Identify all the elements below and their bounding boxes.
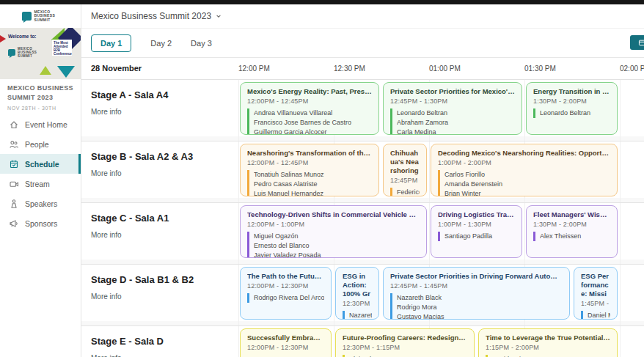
logo-text: MEXICO BUSINESS SUMMIT xyxy=(34,10,59,23)
event-card[interactable]: Decoding Mexico's Nearshoring Realities:… xyxy=(431,144,618,196)
event-card[interactable]: ESG Performance: Mission Driven of Leg..… xyxy=(574,267,618,320)
event-card[interactable]: Nearshoring's Transformation of the Nort… xyxy=(240,144,379,196)
event-card[interactable]: Successfully Embracing Hu...12:00PM - 12… xyxy=(240,328,332,357)
event-card[interactable]: Time to Leverage the True Potential of A… xyxy=(478,328,618,357)
event-dates: NOV 28TH - 30TH xyxy=(7,106,76,111)
event-card[interactable]: The Path to the Future of th...12:00PM -… xyxy=(240,267,332,320)
event-title: Fleet Managers' Wishlist: ... xyxy=(533,210,610,219)
timeline-gridline xyxy=(238,80,239,141)
event-title: Driving Logistics Transform... xyxy=(438,210,515,219)
speaker-name: Gustavo Macias xyxy=(397,312,563,320)
event-title: Decoding Mexico's Nearshoring Realities:… xyxy=(438,149,610,158)
schedule-grid: Stage A - Sala A4More infoMexico's Energ… xyxy=(81,80,644,357)
event-card[interactable]: ESG in Action: 100% Green, 100% Fema...1… xyxy=(335,267,379,320)
event-time: 12:00PM - 12:45PM xyxy=(247,159,372,166)
speaker-name: Nazareth Black xyxy=(397,293,563,303)
event-time: 12:00PM - 12:30PM xyxy=(247,344,324,351)
calendar-icon xyxy=(9,159,19,169)
speaker-name: Carlos Fiorillo xyxy=(444,170,610,180)
tab-day-1[interactable]: Day 1 xyxy=(91,34,131,52)
speaker-name: Javier Valadez Posada xyxy=(254,251,420,258)
stage-row: Stage E - Sala DMore infoSuccessfully Em… xyxy=(81,326,644,357)
tab-day-3[interactable]: Day 3 xyxy=(191,39,212,48)
event-card[interactable]: Chihuahua's Nearshoring Opportunity: U..… xyxy=(383,144,427,196)
speaker-list: Leonardo BeltranAbraham ZamoraCarla Medi… xyxy=(390,108,515,135)
speaker-list: Daniel Madariaga xyxy=(581,311,610,320)
event-time: 12:00PM - 1:00PM xyxy=(247,221,420,228)
stage-label-block: Stage A - Sala A4More info xyxy=(91,89,168,117)
event-name: MEXICO BUSINESS SUMMIT 2023 xyxy=(7,84,76,103)
more-info-link[interactable]: More info xyxy=(91,169,122,177)
speaker-name: Andrea Villanueva Villareal xyxy=(254,108,372,118)
schedule-header: 28 November 12:00 PM12:30 PM01:00 PM01:3… xyxy=(81,57,644,80)
event-card[interactable]: Mexico's Energy Reality: Past, Present a… xyxy=(240,82,379,135)
more-info-link[interactable]: More info xyxy=(91,292,122,301)
calendar-icon xyxy=(638,39,644,46)
timeline-gridline xyxy=(620,265,621,325)
speaker-name: Rodrigo Mora xyxy=(397,303,563,312)
row-gap-band xyxy=(81,136,644,141)
timeline-gridline xyxy=(334,326,334,357)
sidebar-item-sponsors[interactable]: Sponsors xyxy=(0,213,81,233)
timeline-gridline xyxy=(620,141,621,202)
speaker-list: Miguel OgazónErnesto del BlancoJavier Va… xyxy=(247,232,420,258)
event-card[interactable]: Fleet Managers' Wishlist: ...1:30PM - 2:… xyxy=(526,205,618,258)
event-card[interactable]: Energy Transition in Mexico...1:30PM - 2… xyxy=(526,82,618,135)
speaker-name: Rodrigo Rivera Del Arco xyxy=(254,293,324,303)
page-header: Mexico Business Summit 2023 xyxy=(81,4,644,29)
event-title: Private Sector Priorities in Driving For… xyxy=(390,272,563,281)
banner-teal-triangle xyxy=(57,66,75,78)
speaker-name: Brian Winter xyxy=(444,189,610,196)
event-switcher[interactable]: Mexico Business Summit 2023 xyxy=(91,11,211,21)
event-time: 12:45PM - 1:45PM xyxy=(390,282,563,290)
speaker-list: Alex Theissen xyxy=(533,232,610,241)
day-tabbar: Day 1Day 2Day 3 xyxy=(81,29,644,58)
timeline-gridline xyxy=(524,203,525,264)
stage-name: Stage E - Sala D xyxy=(91,336,164,347)
more-info-link[interactable]: More info xyxy=(91,108,122,116)
sidebar-item-schedule[interactable]: Schedule xyxy=(0,154,81,174)
tab-day-2[interactable]: Day 2 xyxy=(150,39,172,48)
event-card[interactable]: Driving Logistics Transform...1:00PM - 1… xyxy=(431,205,522,258)
speaker-list: Carlos FiorilloAmanda BerensteinBrian Wi… xyxy=(438,170,610,196)
sponsors-icon xyxy=(9,218,19,229)
speaker-name: Carla Medina xyxy=(397,128,515,135)
sidebar-item-stream[interactable]: Stream xyxy=(0,174,81,194)
sidebar-item-event-home[interactable]: Event Home xyxy=(0,114,81,134)
event-card[interactable]: Private Sector Priorities for Mexico's E… xyxy=(383,82,522,135)
date-label: 28 November xyxy=(91,64,142,73)
sidebar-item-label: Event Home xyxy=(25,120,67,129)
speaker-list: Nazareth BlackRodrigo MoraGustavo Macias xyxy=(390,293,563,320)
stage-row: Stage D - Sala B1 & B2More infoThe Path … xyxy=(81,265,644,326)
event-time: 1:30PM - 2:00PM xyxy=(533,221,610,228)
event-card[interactable]: Future-Proofing Careers: Redesigning Job… xyxy=(335,328,475,357)
sidebar: MEXICO BUSINESS SUMMIT Welcome to: The M… xyxy=(0,4,81,357)
time-label: 12:30 PM xyxy=(334,65,365,73)
event-title: Time to Leverage the True Potential of A… xyxy=(486,334,610,342)
sidebar-item-people[interactable]: People xyxy=(0,134,81,154)
speakers-icon xyxy=(9,199,19,209)
chevron-down-icon[interactable] xyxy=(216,13,222,19)
sidebar-item-label: Stream xyxy=(25,180,50,188)
time-label: 02:00 PM xyxy=(620,65,644,73)
speaker-list: Nazareth Black xyxy=(343,311,372,320)
speaker-list: Rodrigo Rivera Del Arco xyxy=(247,293,324,303)
banner-tagline: The Most Attended B2B Conference for Mex… xyxy=(52,40,72,56)
timeline-gridline xyxy=(238,203,239,264)
event-card[interactable]: Technology-Driven Shifts in Commercial V… xyxy=(240,205,427,258)
event-title: Nearshoring's Transformation of the Nort… xyxy=(247,149,372,158)
schedule-action-button[interactable] xyxy=(630,35,644,50)
more-info-link[interactable]: More info xyxy=(91,231,122,239)
event-time: 1:00PM - 2:00PM xyxy=(438,159,610,166)
event-card[interactable]: Private Sector Priorities in Driving For… xyxy=(383,267,570,320)
people-icon xyxy=(9,139,19,150)
speaker-name: Abraham Zamora xyxy=(397,118,515,128)
app-logo: MEXICO BUSINESS SUMMIT xyxy=(0,4,81,28)
speaker-name: Guillermo Garcia Alcocer xyxy=(254,128,372,135)
sidebar-item-label: Schedule xyxy=(25,160,59,169)
row-gap-band xyxy=(81,321,644,325)
stage-name: Stage D - Sala B1 & B2 xyxy=(91,274,194,285)
stage-row: Stage C - Sala A1More infoTechnology-Dri… xyxy=(81,203,644,265)
sidebar-item-speakers[interactable]: Speakers xyxy=(0,194,81,213)
more-info-link[interactable]: More info xyxy=(91,354,122,357)
